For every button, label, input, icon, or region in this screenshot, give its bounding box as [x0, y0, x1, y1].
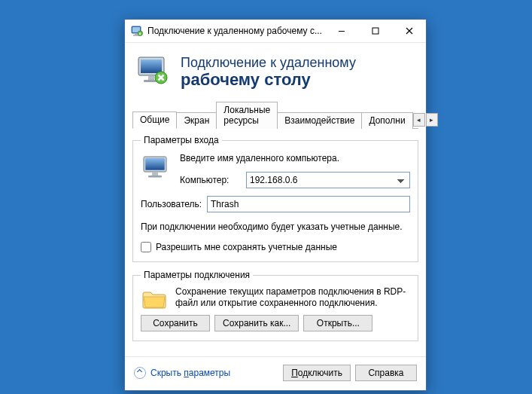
user-label: Пользователь: — [141, 199, 207, 209]
enter-computer-instruction: Введите имя удаленного компьютера. — [141, 153, 410, 164]
tab-scroll-right-button[interactable]: ▸ — [426, 113, 438, 127]
dialog-heading: Подключение к удаленному рабочему столу — [181, 55, 356, 90]
svg-rect-6 — [372, 28, 378, 34]
tab-experience[interactable]: Взаимодействие — [277, 112, 362, 129]
folder-icon — [141, 288, 168, 310]
svg-rect-2 — [135, 34, 138, 35]
tab-general[interactable]: Общие — [132, 111, 177, 129]
dialog-footer: Скрыть параметры Подключить Справка — [125, 356, 426, 390]
connection-params-text: Сохранение текущих параметров подключени… — [141, 286, 410, 309]
maximize-button[interactable] — [358, 20, 392, 42]
connection-params-legend: Параметры подключения — [141, 270, 253, 280]
remember-credentials-label: Разрешить мне сохранять учетные данные — [156, 242, 337, 252]
computer-icon — [141, 153, 172, 187]
rdp-app-icon — [131, 25, 143, 37]
tab-screen[interactable]: Экран — [176, 112, 217, 129]
window-title: Подключение к удаленному рабочему с... — [147, 26, 324, 36]
hide-options-link[interactable]: Скрыть параметры — [134, 367, 230, 379]
save-as-button[interactable]: Сохранить как... — [214, 315, 299, 331]
open-button[interactable]: Открыть... — [303, 315, 372, 331]
computer-combo[interactable]: 192.168.0.6 — [246, 172, 410, 188]
connection-params-group: Параметры подключения Сохранение текущих… — [132, 270, 418, 341]
minimize-button[interactable] — [324, 20, 358, 42]
connect-button[interactable]: Подключить — [283, 365, 351, 381]
titlebar[interactable]: Подключение к удаленному рабочему с... — [125, 20, 426, 43]
tab-scroll: ◂ ▸ — [412, 113, 438, 127]
monitor-glyph-icon — [135, 53, 170, 90]
dialog-header: Подключение к удаленному рабочему столу — [125, 43, 426, 101]
tab-local-resources[interactable]: Локальные ресурсы — [216, 102, 278, 129]
computer-label: Компьютер: — [180, 175, 246, 185]
save-button[interactable]: Сохранить — [141, 315, 210, 331]
svg-rect-17 — [146, 159, 165, 170]
connect-label: Подключить — [291, 368, 342, 378]
login-params-legend: Параметры входа — [141, 135, 222, 145]
svg-rect-18 — [152, 173, 158, 176]
remember-credentials-checkbox[interactable] — [141, 242, 151, 252]
user-input[interactable] — [207, 196, 410, 212]
tab-scroll-left-button[interactable]: ◂ — [413, 113, 425, 127]
hide-options-label: Скрыть параметры — [150, 368, 230, 378]
svg-rect-10 — [148, 76, 154, 80]
help-button[interactable]: Справка — [355, 365, 417, 381]
chevron-up-icon — [134, 367, 146, 379]
tab-strip: Общие Экран Локальные ресурсы Взаимодейс… — [132, 101, 418, 129]
heading-line2: рабочему столу — [181, 70, 356, 89]
svg-rect-19 — [148, 176, 162, 178]
close-button[interactable] — [392, 20, 426, 42]
tab-advanced[interactable]: Дополни — [361, 112, 412, 129]
login-params-group: Параметры входа Введите имя удаленного к… — [132, 135, 418, 262]
rdp-dialog: Подключение к удаленному рабочему с... — [124, 19, 427, 391]
credentials-hint: При подключении необходимо будет указать… — [141, 221, 410, 233]
heading-line1: Подключение к удаленному — [181, 55, 356, 71]
svg-rect-5 — [339, 31, 345, 32]
svg-rect-9 — [141, 60, 162, 73]
